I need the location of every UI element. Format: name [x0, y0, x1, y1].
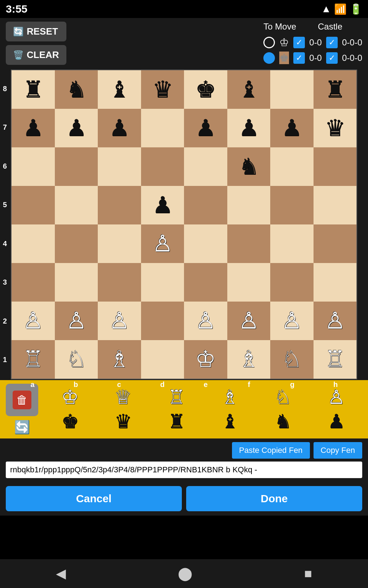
done-button[interactable]: Done [186, 486, 362, 511]
cell-f6[interactable]: ♞ [227, 147, 271, 186]
cell-a6[interactable] [12, 147, 55, 186]
clear-button[interactable]: 🗑️ CLEAR [6, 45, 66, 65]
cell-f5[interactable] [227, 186, 271, 224]
cell-f3[interactable] [227, 263, 271, 302]
cell-d1[interactable] [141, 340, 184, 379]
cell-f7[interactable]: ♟ [227, 109, 271, 147]
cell-c2[interactable]: ♙ [98, 302, 141, 340]
cell-c6[interactable] [98, 147, 141, 186]
palette-piece-9[interactable]: ♝ [204, 410, 256, 433]
cell-b7[interactable]: ♟ [55, 109, 98, 147]
cell-e7[interactable]: ♟ [184, 109, 227, 147]
fen-input[interactable] [6, 462, 362, 478]
paste-copied-fen-button[interactable]: Paste Copied Fen [232, 442, 310, 459]
fen-area: Paste Copied Fen Copy Fen [0, 438, 368, 482]
cell-f2[interactable]: ♙ [227, 302, 271, 340]
rank-label-1: 1 [3, 340, 7, 379]
cell-d2[interactable] [141, 302, 184, 340]
radio-white[interactable] [263, 37, 275, 48]
cell-b3[interactable] [55, 263, 98, 302]
palette-piece-10[interactable]: ♞ [257, 410, 309, 433]
cell-g5[interactable] [270, 186, 314, 224]
back-nav-icon[interactable]: ◀ [56, 566, 66, 581]
cell-e2[interactable]: ♙ [184, 302, 227, 340]
cell-h3[interactable] [314, 263, 357, 302]
cell-b2[interactable]: ♙ [55, 302, 98, 340]
radio-black[interactable] [263, 52, 275, 64]
checkbox-black-queenside[interactable]: ✓ [326, 52, 338, 64]
flip-board-button[interactable]: 🔄 [14, 420, 30, 435]
checkbox-white-kingside[interactable]: ✓ [293, 37, 305, 48]
cell-d6[interactable] [141, 147, 184, 186]
cell-c5[interactable] [98, 186, 141, 224]
cell-e8[interactable]: ♚ [184, 70, 227, 109]
file-label-b: b [54, 380, 97, 389]
cell-b6[interactable] [55, 147, 98, 186]
cell-c8[interactable]: ♝ [98, 70, 141, 109]
cell-a5[interactable] [12, 186, 55, 224]
palette-piece-4[interactable]: ♘ [257, 386, 309, 409]
cell-g1[interactable]: ♘ [270, 340, 314, 379]
cell-g7[interactable]: ♟ [270, 109, 314, 147]
cell-h2[interactable]: ♙ [314, 302, 357, 340]
cell-g6[interactable] [270, 147, 314, 186]
cell-d5[interactable]: ♟ [141, 186, 184, 224]
palette-piece-11[interactable]: ♟ [310, 410, 362, 433]
cell-c3[interactable] [98, 263, 141, 302]
cell-d7[interactable] [141, 109, 184, 147]
reset-button[interactable]: 🔄 RESET [6, 22, 66, 41]
cell-a3[interactable] [12, 263, 55, 302]
cell-b8[interactable]: ♞ [55, 70, 98, 109]
palette-piece-5[interactable]: ♙ [310, 386, 362, 409]
delete-piece-button[interactable]: 🗑 [6, 384, 38, 416]
home-nav-icon[interactable]: ⬤ [178, 566, 192, 581]
cell-d8[interactable]: ♛ [141, 70, 184, 109]
palette-piece-8[interactable]: ♜ [150, 410, 202, 433]
cell-h4[interactable] [314, 224, 357, 263]
cell-f4[interactable] [227, 224, 271, 263]
cell-d4[interactable]: ♙ [141, 224, 184, 263]
cell-g2[interactable]: ♙ [270, 302, 314, 340]
palette-piece-1[interactable]: ♕ [97, 386, 149, 409]
cell-f1[interactable]: ♗ [227, 340, 271, 379]
checkbox-black-kingside[interactable]: ✓ [293, 52, 305, 64]
cell-h1[interactable]: ♖ [314, 340, 357, 379]
cell-a8[interactable]: ♜ [12, 70, 55, 109]
cell-e1[interactable]: ♔ [184, 340, 227, 379]
cell-e5[interactable] [184, 186, 227, 224]
cell-e4[interactable] [184, 224, 227, 263]
cell-e3[interactable] [184, 263, 227, 302]
cell-c4[interactable] [98, 224, 141, 263]
cell-b5[interactable] [55, 186, 98, 224]
cell-c1[interactable]: ♗ [98, 340, 141, 379]
cell-b1[interactable]: ♘ [55, 340, 98, 379]
cell-a7[interactable]: ♟ [12, 109, 55, 147]
cell-f8[interactable]: ♝ [227, 70, 271, 109]
cell-e6[interactable] [184, 147, 227, 186]
cell-h5[interactable] [314, 186, 357, 224]
cell-h7[interactable]: ♛ [314, 109, 357, 147]
cell-g3[interactable] [270, 263, 314, 302]
white-kingside-label: 0-0 [309, 37, 322, 48]
cell-a1[interactable]: ♖ [12, 340, 55, 379]
file-labels: abcdefgh [11, 380, 357, 389]
copy-fen-button[interactable]: Copy Fen [314, 442, 362, 459]
cell-a2[interactable]: ♙ [12, 302, 55, 340]
cell-d3[interactable] [141, 263, 184, 302]
cancel-button[interactable]: Cancel [6, 486, 182, 511]
cell-a4[interactable] [12, 224, 55, 263]
palette-piece-2[interactable]: ♖ [150, 386, 202, 409]
cell-g8[interactable] [270, 70, 314, 109]
palette-piece-7[interactable]: ♛ [97, 410, 149, 433]
cell-c7[interactable]: ♟ [98, 109, 141, 147]
recent-nav-icon[interactable]: ■ [304, 566, 312, 581]
cell-b4[interactable] [55, 224, 98, 263]
cell-h6[interactable] [314, 147, 357, 186]
palette-piece-3[interactable]: ♗ [204, 386, 256, 409]
palette-piece-6[interactable]: ♚ [44, 410, 96, 433]
cell-g4[interactable] [270, 224, 314, 263]
palette-piece-0[interactable]: ♔ [44, 386, 96, 409]
chessboard[interactable]: ♜♞♝♛♚♝♜♟♟♟♟♟♟♛♞♟♙♙♙♙♙♙♙♙♖♘♗♔♗♘♖ [11, 70, 357, 379]
cell-h8[interactable]: ♜ [314, 70, 357, 109]
checkbox-white-queenside[interactable]: ✓ [326, 37, 338, 48]
